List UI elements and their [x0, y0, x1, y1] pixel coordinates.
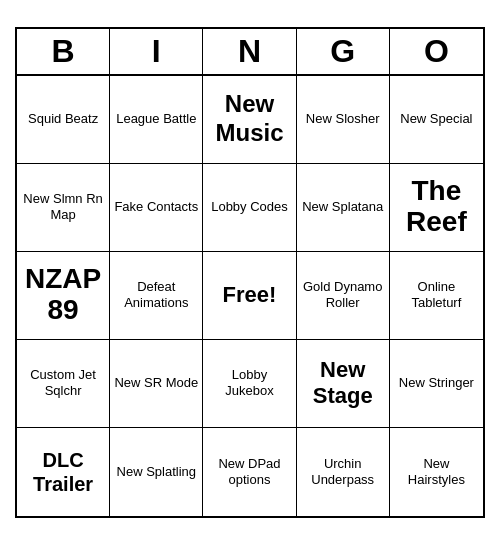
bingo-cell-23[interactable]: Urchin Underpass [297, 428, 390, 516]
bingo-cell-9[interactable]: The Reef [390, 164, 483, 252]
header-letter: B [17, 29, 110, 74]
header-letter: O [390, 29, 483, 74]
bingo-card: BINGO Squid BeatzLeague BattleNew MusicN… [15, 27, 485, 518]
bingo-cell-5[interactable]: New Slmn Rn Map [17, 164, 110, 252]
header-letter: G [297, 29, 390, 74]
header-letter: N [203, 29, 296, 74]
bingo-cell-17[interactable]: Lobby Jukebox [203, 340, 296, 428]
bingo-cell-4[interactable]: New Special [390, 76, 483, 164]
bingo-cell-12[interactable]: Free! [203, 252, 296, 340]
bingo-cell-10[interactable]: NZAP 89 [17, 252, 110, 340]
bingo-cell-16[interactable]: New SR Mode [110, 340, 203, 428]
bingo-cell-14[interactable]: Online Tableturf [390, 252, 483, 340]
bingo-cell-3[interactable]: New Slosher [297, 76, 390, 164]
bingo-cell-19[interactable]: New Stringer [390, 340, 483, 428]
bingo-cell-11[interactable]: Defeat Animations [110, 252, 203, 340]
bingo-grid: Squid BeatzLeague BattleNew MusicNew Slo… [17, 76, 483, 516]
bingo-cell-15[interactable]: Custom Jet Sqlchr [17, 340, 110, 428]
bingo-cell-6[interactable]: Fake Contacts [110, 164, 203, 252]
bingo-cell-20[interactable]: DLC Trailer [17, 428, 110, 516]
bingo-cell-22[interactable]: New DPad options [203, 428, 296, 516]
bingo-cell-8[interactable]: New Splatana [297, 164, 390, 252]
bingo-cell-21[interactable]: New Splatling [110, 428, 203, 516]
bingo-cell-24[interactable]: New Hairstyles [390, 428, 483, 516]
bingo-cell-18[interactable]: New Stage [297, 340, 390, 428]
header-letter: I [110, 29, 203, 74]
bingo-cell-0[interactable]: Squid Beatz [17, 76, 110, 164]
bingo-cell-7[interactable]: Lobby Codes [203, 164, 296, 252]
bingo-cell-1[interactable]: League Battle [110, 76, 203, 164]
bingo-cell-2[interactable]: New Music [203, 76, 296, 164]
bingo-header: BINGO [17, 29, 483, 76]
bingo-cell-13[interactable]: Gold Dynamo Roller [297, 252, 390, 340]
